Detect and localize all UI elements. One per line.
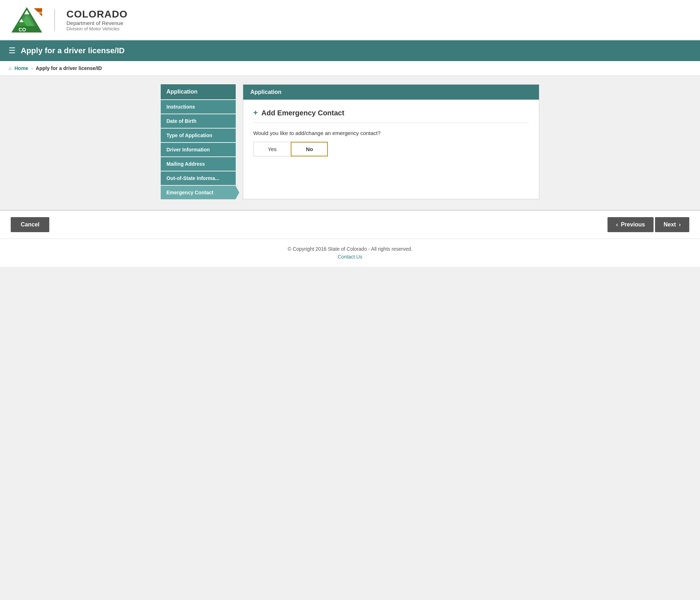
department-name: Department of Revenue (66, 20, 128, 26)
site-header: CO CDOR COLORADO Department of Revenue D… (0, 0, 700, 40)
cancel-button[interactable]: Cancel (11, 217, 49, 232)
sidebar-item-mailing[interactable]: Mailing Address (161, 157, 236, 171)
breadcrumb-home[interactable]: Home (14, 65, 28, 71)
page-title: Apply for a driver license/ID (21, 46, 125, 55)
sidebar: Application Instructions Date of Birth T… (161, 84, 236, 199)
home-icon: ⌂ (9, 65, 11, 71)
previous-label: Previous (621, 221, 645, 228)
sidebar-header: Application (161, 84, 236, 99)
division-name: Division of Motor Vehicles (66, 26, 128, 31)
state-name: COLORADO (66, 9, 128, 20)
logo-text: COLORADO Department of Revenue Division … (66, 9, 128, 31)
breadcrumb-current: Apply for a driver license/ID (36, 65, 102, 71)
content-header: Application (243, 85, 539, 100)
logo-area: CO CDOR COLORADO Department of Revenue D… (11, 6, 128, 33)
sidebar-item-type[interactable]: Type of Application (161, 129, 236, 142)
next-label: Next (664, 221, 676, 228)
breadcrumb-separator: › (31, 65, 33, 71)
hamburger-icon[interactable]: ☰ (9, 46, 16, 55)
contact-us-link[interactable]: Contact Us (7, 254, 693, 260)
sidebar-item-emergency[interactable]: Emergency Contact (161, 186, 236, 199)
logo-divider (54, 9, 55, 31)
previous-button[interactable]: ‹ Previous (608, 217, 654, 232)
nav-bar: ☰ Apply for a driver license/ID (0, 40, 700, 61)
previous-icon: ‹ (616, 221, 618, 228)
svg-text:CO: CO (19, 27, 26, 32)
yn-button-group: Yes No (253, 142, 529, 156)
emergency-contact-question: Would you like to add/change an emergenc… (253, 130, 529, 136)
bottom-bar: Cancel ‹ Previous Next › (0, 210, 700, 239)
content-area: Application + Add Emergency Contact Woul… (243, 84, 539, 199)
next-icon: › (679, 221, 681, 228)
site-footer: © Copyright 2016 State of Colorado - All… (0, 239, 700, 267)
content-body: + Add Emergency Contact Would you like t… (243, 100, 539, 165)
sidebar-item-instructions[interactable]: Instructions (161, 100, 236, 114)
navigation-buttons: ‹ Previous Next › (608, 217, 689, 232)
sidebar-item-driver-info[interactable]: Driver Information (161, 143, 236, 156)
colorado-logo: CO CDOR (11, 6, 43, 33)
section-title-text: Add Emergency Contact (261, 109, 344, 117)
plus-icon: + (253, 108, 258, 118)
main-wrapper: Application Instructions Date of Birth T… (154, 84, 546, 199)
sidebar-item-dob[interactable]: Date of Birth (161, 114, 236, 128)
svg-text:CDOR: CDOR (35, 11, 43, 14)
copyright-text: © Copyright 2016 State of Colorado - All… (288, 246, 412, 252)
breadcrumb: ⌂ Home › Apply for a driver license/ID (0, 61, 700, 76)
next-button[interactable]: Next › (655, 217, 689, 232)
sidebar-item-out-of-state[interactable]: Out-of-State Informa... (161, 171, 236, 185)
section-title: + Add Emergency Contact (253, 108, 529, 123)
yes-button[interactable]: Yes (253, 142, 291, 156)
no-button[interactable]: No (291, 142, 328, 156)
